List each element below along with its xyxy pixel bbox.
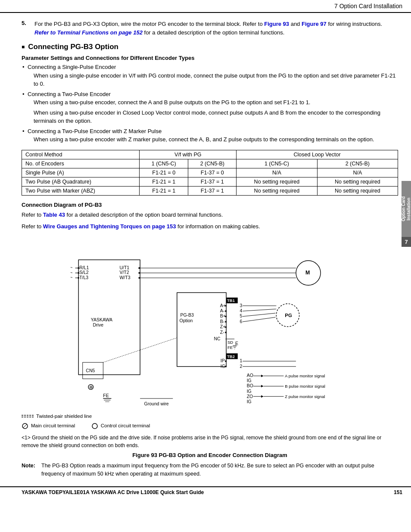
svg-text:NC: NC [214,336,221,341]
svg-point-12 [78,267,79,269]
table-cell: N/A [317,168,398,177]
svg-line-52 [243,309,275,311]
wire-gauges-link[interactable]: Wire Gauges and Tightening Torques on pa… [43,223,176,230]
table-subh-2cn5b: 2 (CN5-B) [188,159,237,168]
ground-note: <1> Ground the shield on the PG side and… [22,434,398,449]
note-label: Note: [22,462,37,478]
svg-text:B pulse monitor signal: B pulse monitor signal [285,384,325,389]
svg-point-44 [225,331,227,333]
svg-point-69 [225,360,227,362]
list-item-z-marker: Connecting a Two-Pulse Encoder with Z Ma… [22,127,398,144]
legend-label-control: Control circuit terminal [101,421,150,430]
svg-text:B+: B+ [220,314,226,318]
table-cell: N/A [237,168,317,177]
page-footer: YASKAWA TOEPYAIL1E01A YASKAWA AC Drive L… [0,486,411,498]
step-5-block: 5. For the PG-B3 and PG-X3 Option, wire … [22,20,398,37]
svg-text:~: ~ [70,270,72,274]
bullet-label-2: Connecting a Two-Pulse Encoder [28,91,111,97]
section-heading: ■ Connecting PG-B3 Option [22,43,398,51]
table-cell: No setting required [317,177,398,186]
page: 7 Option Card Installation 5. For the PG… [0,0,411,532]
svg-text:PG: PG [285,312,292,317]
svg-text:IG: IG [247,399,252,404]
svg-text:TB1: TB1 [227,298,235,303]
svg-text:BO: BO [247,383,253,388]
svg-text:R/L1: R/L1 [79,265,89,270]
svg-marker-86 [261,385,264,387]
svg-text:Z-: Z- [220,330,224,334]
table-cell: F1-37 = 1 [188,177,237,186]
refer-line[interactable]: Refer to Terminal Functions on page 152 [34,29,143,36]
refer2-pre: Refer to [22,223,43,230]
sidebar-number: 7 [402,237,411,247]
svg-text:FE: FE [103,393,109,398]
svg-text:TB2: TB2 [227,354,235,358]
list-item-two-pulse: Connecting a Two-Pulse Encoder When usin… [22,90,398,125]
svg-point-14 [78,277,79,279]
svg-text:FE: FE [227,345,233,349]
figure-caption: Figure 93 PG-B3 Option and Encoder Conne… [22,452,398,458]
bullet-label-3: Connecting a Two-Pulse Encoder with Z Ma… [28,128,162,134]
table-cell: No setting required [237,186,317,195]
table-cell: Two Pulse with Marker (ABZ) [22,186,140,195]
bullet-detail-1: When using a single-pulse encoder in V/f… [28,72,398,88]
table-subh-1cn5c: 1 (CN5-C) [140,159,188,168]
main-content: 5. For the PG-B3 and PG-X3 Option, wire … [0,13,411,482]
svg-text:U/T1: U/T1 [119,265,129,270]
svg-text:S/L2: S/L2 [79,270,89,275]
svg-text:V/T2: V/T2 [119,270,129,275]
step5-text3: for wiring instructions. [327,21,382,27]
table-col-vf: V/f with PG [140,150,237,159]
encoder-table: Control Method V/f with PG Closed Loop V… [22,150,398,196]
page-number: 151 [394,489,402,495]
legend-label-twisted: Twisted-pair shielded line [36,412,92,421]
section-bullet: ■ [22,44,25,50]
svg-point-13 [78,272,79,274]
svg-text:Drive: Drive [93,323,104,327]
footer-left: YASKAWA TOEPYAIL1E01A YASKAWA AC Drive L… [22,489,204,495]
table-col-control: Control Method [22,150,140,159]
legend-block: Twisted-pair shielded line Main circuit … [22,412,398,430]
table-cell: No setting required [317,186,398,195]
table43-link[interactable]: Table 43 [43,212,65,218]
step5-text2: and [289,21,302,27]
svg-point-70 [225,365,227,367]
bullet-label-1: Connecting a Single-Pulse Encoder [28,64,116,70]
table-cell: F1-37 = 0 [188,168,237,177]
svg-text:W/T3: W/T3 [119,275,130,280]
svg-text:6: 6 [240,319,243,324]
legend-item-main: Main circuit terminal Control circuit te… [22,421,398,430]
svg-text:1: 1 [240,358,243,363]
refer-suffix: for a detailed description of the option… [143,29,285,36]
svg-line-54 [243,317,275,321]
figure97-link[interactable]: Figure 97 [302,21,327,27]
svg-text:ZO: ZO [247,394,253,399]
param-heading: Parameter Settings and Connections for D… [22,55,398,61]
svg-text:A+: A+ [220,303,226,308]
step-number: 5. [22,20,29,37]
svg-text:3: 3 [240,303,243,308]
table-subh-1cn5c-clv: 1 (CN5-C) [237,159,317,168]
svg-text:T/L3: T/L3 [79,275,88,280]
figure93-link[interactable]: Figure 93 [264,21,289,27]
svg-text:Z+: Z+ [220,324,226,329]
sidebar-tab: Option CardInstallation [402,181,411,237]
svg-text:YASKAWA: YASKAWA [91,317,112,322]
list-item-single-pulse: Connecting a Single-Pulse Encoder When u… [22,63,398,88]
conn-diagram-heading: Connection Diagram of PG-B3 [22,202,398,208]
table-cell: F1-37 = 1 [188,186,237,195]
connection-diagram: YASKAWA Drive ~ ~ ~ R/L1 S/L2 T/L3 [59,235,361,408]
table-cell: Two Pulse (AB Quadrature) [22,177,140,186]
legend-item-twisted: Twisted-pair shielded line [22,412,398,421]
refer1-post: for a detailed description of the option… [65,212,223,218]
table-row: Two Pulse with Marker (ABZ) F1-21 = 1 F1… [22,186,398,195]
svg-point-38 [225,315,227,317]
svg-point-40 [225,321,227,323]
svg-line-53 [243,313,275,316]
svg-text:~: ~ [70,275,72,279]
table-cell: F1-21 = 1 [140,177,188,186]
svg-text:CN5: CN5 [86,368,95,373]
svg-point-36 [225,310,227,312]
bullet-detail-2b: When using a two-pulse encoder in Closed… [28,109,398,125]
refer2-post: for information on making cables. [176,223,260,230]
